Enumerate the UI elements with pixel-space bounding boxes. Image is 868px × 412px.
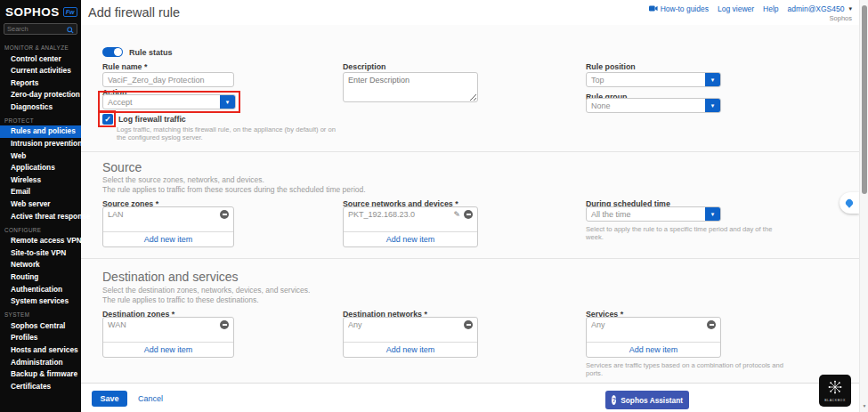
- sidebar-item-sophos-central[interactable]: Sophos Central: [0, 319, 81, 332]
- sidebar-item-diagnostics[interactable]: Diagnostics: [0, 101, 81, 113]
- sidebar-item-email[interactable]: Email: [0, 186, 81, 198]
- edit-pencil-icon[interactable]: [453, 210, 460, 219]
- rule-name-label: Rule name *: [102, 62, 147, 71]
- destination-networks-add-button[interactable]: Add new item: [344, 342, 477, 357]
- sophos-assistant-button[interactable]: ? Sophos Assistant: [605, 391, 689, 409]
- blackbox-watermark: BLACKBOX: [819, 375, 851, 407]
- destination-title: Destination and services: [102, 270, 239, 284]
- schedule-help-text: Select to apply the rule to a specific t…: [586, 225, 791, 241]
- vertical-scrollbar[interactable]: ▼: [859, 0, 868, 412]
- remove-icon[interactable]: [464, 320, 473, 329]
- sidebar-item-administration[interactable]: Administration: [0, 356, 81, 368]
- sidebar-item-applications[interactable]: Applications: [0, 162, 81, 174]
- save-button[interactable]: Save: [92, 391, 127, 407]
- page-header: Add firewall rule How-to guides Log view…: [81, 0, 859, 25]
- sidebar-item-remote-access-vpn[interactable]: Remote access VPN: [0, 235, 81, 247]
- rule-group-select[interactable]: None: [586, 98, 721, 113]
- sidebar-item-routing[interactable]: Routing: [0, 271, 81, 284]
- sidebar-item-web[interactable]: Web: [0, 149, 81, 162]
- chevron-down-icon[interactable]: [705, 206, 720, 222]
- list-item: PKT_192.168.23.0: [344, 207, 477, 222]
- rule-status-toggle[interactable]: [102, 47, 123, 57]
- destination-desc-1: Select the destination zones, networks, …: [102, 286, 310, 295]
- sidebar-item-web-server[interactable]: Web server: [0, 198, 81, 211]
- description-textarea[interactable]: [343, 72, 478, 102]
- list-item: LAN: [103, 207, 233, 222]
- sidebar-search[interactable]: [4, 23, 77, 35]
- destination-zones-listbox: WAN Add new item: [102, 317, 234, 358]
- destination-networks-listbox: Any Add new item: [343, 317, 478, 358]
- question-mark-icon: ?: [612, 395, 616, 405]
- page-title: Add firewall rule: [88, 5, 180, 20]
- sidebar-item-certificates[interactable]: Certificates: [0, 380, 81, 392]
- list-item: WAN: [103, 318, 233, 332]
- nav-heading-configure: CONFIGURE: [0, 222, 81, 235]
- log-firewall-traffic-checkbox[interactable]: [102, 114, 113, 125]
- sidebar-item-hosts-and-services[interactable]: Hosts and services: [0, 343, 81, 356]
- sidebar-item-active-threat-response[interactable]: Active threat response: [0, 210, 81, 222]
- video-camera-icon: [649, 4, 658, 13]
- services-add-button[interactable]: Add new item: [587, 342, 720, 357]
- rule-position-label: Rule position: [586, 62, 636, 71]
- schedule-select[interactable]: All the time: [586, 206, 721, 222]
- list-item: Any: [587, 318, 720, 332]
- chevron-down-icon[interactable]: [705, 72, 720, 87]
- firewall-logo-badge: Fw: [63, 7, 77, 17]
- scrollbar-thumb[interactable]: [862, 5, 867, 194]
- remove-icon[interactable]: [220, 210, 229, 219]
- action-select[interactable]: Accept: [102, 94, 236, 109]
- source-networks-add-button[interactable]: Add new item: [344, 231, 477, 246]
- footer-bar: Save Cancel ? Sophos Assistant: [81, 383, 859, 412]
- sidebar-item-control-center[interactable]: Control center: [0, 53, 81, 65]
- source-desc-1: Select the source zones, networks, and d…: [102, 175, 264, 184]
- sidebar-item-backup-firmware[interactable]: Backup & firmware: [0, 368, 81, 381]
- sidebar-item-current-activities[interactable]: Current activities: [0, 65, 81, 77]
- rule-status-label: Rule status: [129, 48, 173, 57]
- sidebar-item-wireless[interactable]: Wireless: [0, 174, 81, 186]
- search-icon[interactable]: [67, 21, 74, 37]
- destination-zones-add-button[interactable]: Add new item: [103, 342, 233, 357]
- scroll-down-arrow-icon[interactable]: ▼: [860, 403, 868, 408]
- nav-heading-protect: PROTECT: [0, 113, 81, 125]
- sidebar-item-network[interactable]: Network: [0, 259, 81, 271]
- main-content: Rule status Rule name * Description Rule…: [81, 25, 859, 383]
- remove-icon[interactable]: [464, 210, 473, 219]
- sidebar-item-zero-day-protection[interactable]: Zero-day protection: [0, 89, 81, 101]
- help-link[interactable]: Help: [763, 4, 778, 13]
- account-menu[interactable]: admin@XGS450: [788, 4, 852, 13]
- howto-guides-link[interactable]: How-to guides: [649, 4, 709, 13]
- log-help-text: Logs traffic, matching this firewall rul…: [117, 125, 339, 141]
- side-panel-handle[interactable]: [840, 192, 859, 214]
- source-desc-2: The rule applies to traffic from these s…: [102, 185, 366, 194]
- log-viewer-link[interactable]: Log viewer: [718, 4, 754, 13]
- chevron-down-icon[interactable]: [705, 98, 720, 113]
- sidebar-item-rules-and-policies[interactable]: Rules and policies: [0, 125, 81, 138]
- sidebar-item-system-services[interactable]: System services: [0, 295, 81, 308]
- log-firewall-traffic-label: Log firewall traffic: [118, 115, 186, 124]
- remove-icon[interactable]: [220, 320, 229, 329]
- sidebar-item-authentication[interactable]: Authentication: [0, 283, 81, 295]
- cancel-button[interactable]: Cancel: [138, 394, 163, 403]
- watermark-label: BLACKBOX: [824, 399, 846, 402]
- services-help-text: Services are traffic types based on a co…: [586, 361, 799, 377]
- section-general: Rule status Rule name * Description Rule…: [81, 25, 859, 151]
- list-item: Any: [344, 318, 477, 332]
- sophos-logo: SOPHOS Fw: [0, 4, 81, 21]
- account-subtitle: Sophos: [830, 14, 852, 22]
- sidebar-item-reports[interactable]: Reports: [0, 77, 81, 89]
- remove-icon[interactable]: [707, 320, 716, 329]
- nav-heading-monitor-analyze: MONITOR & ANALYZE: [0, 40, 81, 53]
- search-input[interactable]: [7, 25, 67, 33]
- rule-position-select[interactable]: Top: [586, 72, 721, 87]
- source-networks-listbox: PKT_192.168.23.0 Add new item: [343, 206, 478, 247]
- source-zones-add-button[interactable]: Add new item: [103, 231, 233, 246]
- sidebar-item-site-to-site-vpn[interactable]: Site-to-site VPN: [0, 246, 81, 259]
- sidebar-item-intrusion-prevention[interactable]: Intrusion prevention: [0, 138, 81, 150]
- nav-heading-system: SYSTEM: [0, 307, 81, 319]
- logo-text: SOPHOS: [5, 5, 60, 19]
- sidebar-item-profiles[interactable]: Profiles: [0, 332, 81, 344]
- toggle-knob: [114, 48, 122, 56]
- droplet-icon: [844, 198, 854, 207]
- rule-name-input[interactable]: [102, 72, 234, 87]
- chevron-down-icon[interactable]: [220, 94, 235, 109]
